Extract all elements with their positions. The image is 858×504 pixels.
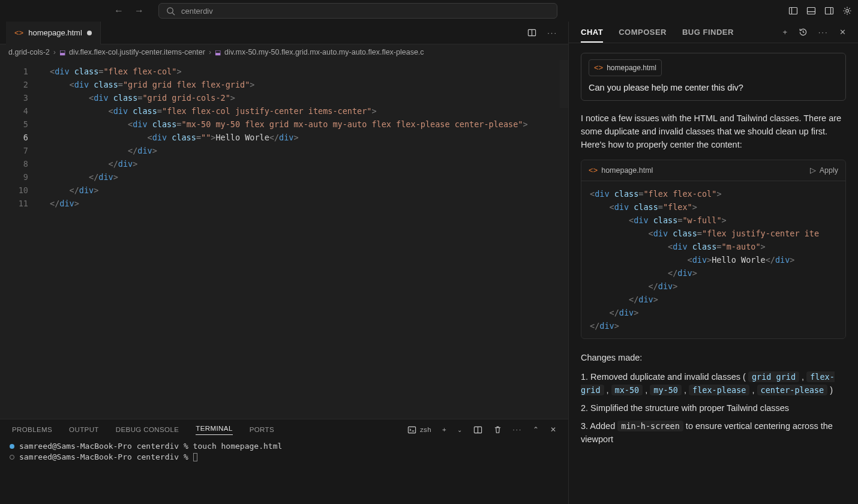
user-message: <>homepage.html Can you please help me c… — [581, 53, 846, 101]
history-icon[interactable] — [799, 28, 808, 37]
play-icon: ▷ — [810, 164, 816, 177]
panel-tab-output[interactable]: OUTPUT — [69, 426, 99, 433]
svg-point-0 — [167, 7, 173, 13]
html-file-icon: <> — [589, 164, 598, 177]
bullet-icon — [10, 444, 14, 449]
command-search-input[interactable]: centerdiv — [158, 3, 557, 19]
tab-label: homepage.html — [28, 28, 82, 37]
user-text: Can you please help me center this div? — [589, 81, 838, 94]
svg-rect-4 — [808, 8, 815, 14]
layout-bottom-icon[interactable] — [806, 6, 816, 16]
symbol-icon: ⬓ — [59, 49, 65, 56]
html-file-icon: <> — [594, 61, 603, 74]
nav-forward-icon[interactable]: → — [134, 5, 144, 16]
panel-tab-terminal[interactable]: TERMINAL — [196, 425, 232, 435]
split-editor-icon[interactable] — [527, 28, 536, 37]
terminal-dropdown-icon[interactable]: ⌄ — [457, 427, 462, 433]
nav-back-icon[interactable]: ← — [114, 5, 124, 16]
svg-point-8 — [846, 10, 849, 13]
apply-button[interactable]: ▷Apply — [810, 164, 838, 177]
breadcrumb[interactable]: d.grid-cols-2 › ⬓ div.flex.flex-col.just… — [0, 44, 568, 60]
new-terminal-icon[interactable]: + — [442, 426, 446, 433]
svg-line-1 — [172, 13, 175, 15]
assistant-paragraph: I notice a few issues with the HTML and … — [581, 112, 846, 151]
more-actions-icon[interactable]: ··· — [547, 28, 557, 37]
cursor-icon — [193, 453, 197, 461]
line-gutter: 1234567891011 — [0, 60, 39, 419]
chat-body: <>homepage.html Can you please help me c… — [569, 43, 858, 504]
code-suggestion: <>homepage.html ▷Apply <div class="flex … — [581, 160, 846, 339]
panel-tab-problems[interactable]: PROBLEMS — [12, 426, 52, 433]
search-text: centerdiv — [181, 7, 213, 16]
terminal-icon — [407, 425, 416, 434]
change-item: 1. Removed duplicate and invalid classes… — [581, 370, 846, 397]
code-content: <div class="flex flex-col"> <div class="… — [581, 181, 845, 338]
new-chat-icon[interactable]: + — [783, 28, 788, 37]
more-icon[interactable]: ··· — [818, 28, 829, 37]
code-editor[interactable]: 1234567891011 <div class="flex flex-col"… — [0, 60, 568, 419]
html-file-icon: <> — [14, 28, 23, 37]
svg-rect-11 — [408, 427, 415, 433]
svg-rect-6 — [826, 8, 833, 14]
breadcrumb-seg: d.grid-cols-2 — [8, 48, 50, 56]
changes-heading: Changes made: — [581, 351, 846, 364]
bullet-icon — [10, 455, 14, 460]
change-item: 3. Added min-h-screen to ensure vertical… — [581, 419, 846, 446]
close-panel-icon[interactable]: ✕ — [550, 425, 556, 434]
change-item: 2. Simplified the structure with proper … — [581, 401, 846, 415]
minimap[interactable] — [560, 60, 568, 108]
layout-right-icon[interactable] — [824, 6, 834, 16]
context-chip[interactable]: <>homepage.html — [589, 59, 662, 76]
code-file-label: homepage.html — [601, 164, 653, 177]
terminal-line: samreed@Sams-MacBook-Pro centerdiv % tou… — [19, 441, 282, 452]
trash-icon[interactable] — [493, 425, 502, 434]
tab-homepage[interactable]: <> homepage.html — [6, 22, 101, 44]
code-content: <div class="flex flex-col"> <div class="… — [39, 60, 568, 419]
symbol-icon: ⬓ — [215, 49, 221, 56]
tab-composer[interactable]: COMPOSER — [619, 28, 667, 37]
titlebar: ← → centerdiv — [0, 0, 858, 22]
gear-icon[interactable] — [842, 6, 852, 16]
terminal[interactable]: samreed@Sams-MacBook-Pro centerdiv % tou… — [0, 440, 568, 504]
split-terminal-icon[interactable] — [473, 425, 482, 434]
tab-chat[interactable]: CHAT — [581, 28, 603, 43]
terminal-line: samreed@Sams-MacBook-Pro centerdiv % — [19, 452, 188, 463]
close-icon[interactable]: ✕ — [839, 28, 847, 37]
modified-dot-icon — [87, 31, 92, 35]
tab-bugfinder[interactable]: BUG FINDER — [682, 28, 734, 37]
search-icon — [166, 7, 175, 16]
layout-left-icon[interactable] — [788, 6, 798, 16]
breadcrumb-seg: div.mx-50.my-50.flex.grid.mx-auto.my-aut… — [224, 48, 424, 56]
svg-rect-2 — [790, 8, 797, 14]
panel-tab-debug[interactable]: DEBUG CONSOLE — [116, 426, 179, 433]
terminal-shell-label[interactable]: zsh — [407, 425, 431, 434]
editor-tabs: <> homepage.html ··· — [0, 22, 568, 44]
chevron-up-icon[interactable]: ⌃ — [533, 425, 539, 434]
more-icon[interactable]: ··· — [513, 426, 523, 433]
breadcrumb-seg: div.flex.flex-col.justify-center.items-c… — [69, 48, 205, 56]
panel-tab-ports[interactable]: PORTS — [250, 426, 274, 433]
